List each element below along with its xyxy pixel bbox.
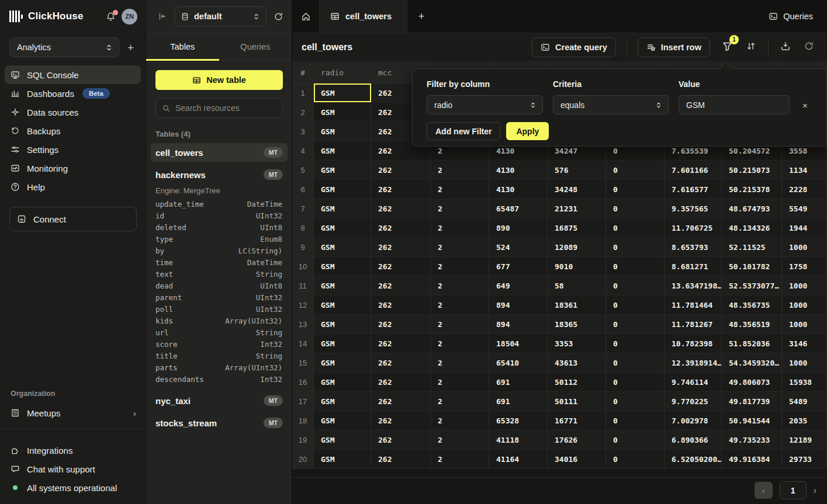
collapse-panel-icon[interactable] xyxy=(158,12,167,21)
filter-value-input[interactable] xyxy=(679,95,790,114)
table-cell[interactable]: 262 xyxy=(371,238,431,256)
table-cell[interactable]: 1000 xyxy=(782,238,827,256)
table-cell[interactable]: 1000 xyxy=(782,353,827,372)
table-cell[interactable]: 576 xyxy=(548,161,606,179)
table-cell[interactable]: 691 xyxy=(489,392,548,411)
row-number-cell[interactable]: 10 xyxy=(292,257,314,276)
table-cell[interactable]: 2 xyxy=(431,353,489,372)
table-cell[interactable]: 50.941544 xyxy=(722,411,782,430)
new-tab-button[interactable]: + xyxy=(407,0,435,33)
table-cell[interactable]: 2 xyxy=(431,199,489,218)
column-header[interactable]: # xyxy=(292,62,314,83)
table-cell[interactable]: 262 xyxy=(371,450,431,468)
row-number-cell[interactable]: 20 xyxy=(292,450,314,468)
table-cell[interactable]: 0 xyxy=(606,353,665,372)
table-cell[interactable]: 21231 xyxy=(548,199,606,218)
sidebar-item-help[interactable]: Help xyxy=(5,178,141,196)
table-cell[interactable]: GSM xyxy=(314,411,371,430)
insert-row-button[interactable]: Insert row xyxy=(638,37,710,57)
tab-tables[interactable]: Tables xyxy=(146,33,219,60)
table-cell[interactable]: GSM xyxy=(314,276,371,295)
table-cell[interactable]: 5549 xyxy=(782,199,827,218)
table-cell[interactable]: 2 xyxy=(431,180,489,199)
add-workspace-button[interactable]: + xyxy=(125,41,136,54)
table-cell[interactable]: 2 xyxy=(431,161,489,179)
sidebar-item-sql-console[interactable]: SQL Console xyxy=(5,65,141,84)
table-cell[interactable]: 13.6347198… xyxy=(665,276,722,295)
table-cell[interactable]: 7.616577 xyxy=(665,180,722,199)
table-cell[interactable]: 6.890366 xyxy=(665,430,722,449)
table-cell[interactable]: GSM xyxy=(314,218,371,237)
table-cell[interactable]: 262 xyxy=(371,430,431,449)
table-cell[interactable]: GSM xyxy=(314,373,371,391)
sidebar-item-integrations[interactable]: Integrations xyxy=(5,441,141,460)
table-cell[interactable]: 3353 xyxy=(548,334,606,353)
table-cell[interactable]: 58 xyxy=(548,276,606,295)
table-cell[interactable]: 12189 xyxy=(782,430,827,449)
table-item-stocks-stream[interactable]: stocks_stream MT xyxy=(151,413,288,432)
table-cell[interactable]: 0 xyxy=(606,296,665,314)
table-cell[interactable]: 41164 xyxy=(489,450,548,468)
table-cell[interactable]: 0 xyxy=(606,373,665,391)
table-cell[interactable]: GSM xyxy=(314,199,371,218)
table-cell[interactable]: 4130 xyxy=(489,180,548,199)
sidebar-item-dashboards[interactable]: DashboardsBeta xyxy=(5,84,141,103)
row-number-cell[interactable]: 19 xyxy=(292,430,314,449)
apply-filter-button[interactable]: Apply xyxy=(506,122,549,140)
tab-cell-towers[interactable]: cell_towers xyxy=(320,0,407,33)
table-cell[interactable]: 34248 xyxy=(548,180,606,199)
table-cell[interactable]: 7.002978 xyxy=(665,411,722,430)
table-cell[interactable]: 262 xyxy=(371,257,431,276)
table-cell[interactable]: 262 xyxy=(371,411,431,430)
table-cell[interactable]: 0 xyxy=(606,161,665,179)
table-cell[interactable]: 1944 xyxy=(782,218,827,237)
column-header[interactable]: radio xyxy=(314,62,371,83)
table-cell[interactable]: GSM xyxy=(314,161,371,179)
table-cell[interactable]: 51.852036 xyxy=(722,334,782,353)
table-cell[interactable]: 677 xyxy=(489,257,548,276)
table-cell[interactable]: 17626 xyxy=(548,430,606,449)
table-cell[interactable]: 2 xyxy=(431,430,489,449)
database-select[interactable]: default xyxy=(174,6,267,26)
table-cell[interactable]: 16875 xyxy=(548,218,606,237)
table-cell[interactable]: GSM xyxy=(314,296,371,314)
table-cell[interactable]: GSM xyxy=(314,84,371,102)
table-cell[interactable]: 2 xyxy=(431,257,489,276)
table-cell[interactable]: 29733 xyxy=(782,450,827,468)
table-cell[interactable]: GSM xyxy=(314,430,371,449)
row-number-cell[interactable]: 3 xyxy=(292,122,314,141)
table-cell[interactable]: 2 xyxy=(431,315,489,333)
row-number-cell[interactable]: 2 xyxy=(292,103,314,121)
add-new-filter-button[interactable]: Add new Filter xyxy=(427,122,500,140)
table-cell[interactable]: 0 xyxy=(606,450,665,468)
table-cell[interactable]: 262 xyxy=(371,161,431,179)
download-icon[interactable] xyxy=(779,40,792,54)
refresh-icon[interactable] xyxy=(802,40,815,54)
row-number-cell[interactable]: 18 xyxy=(292,411,314,430)
table-cell[interactable]: 52.11525 xyxy=(722,238,782,256)
row-number-cell[interactable]: 4 xyxy=(292,141,314,160)
table-cell[interactable]: 50.215073 xyxy=(722,161,782,179)
table-cell[interactable]: GSM xyxy=(314,122,371,141)
filter-column-select[interactable]: radio xyxy=(427,95,543,114)
table-cell[interactable]: 9.357565 xyxy=(665,199,722,218)
home-tab[interactable] xyxy=(292,0,320,33)
sidebar-item-backups[interactable]: Backups xyxy=(5,121,141,140)
table-cell[interactable]: 2 xyxy=(431,218,489,237)
row-number-cell[interactable]: 9 xyxy=(292,238,314,256)
filter-icon[interactable]: 1 xyxy=(721,40,734,55)
filter-criteria-select[interactable]: equals xyxy=(553,95,669,114)
remove-filter-icon[interactable]: × xyxy=(802,100,808,110)
table-cell[interactable]: 0 xyxy=(606,218,665,237)
table-cell[interactable]: 262 xyxy=(371,199,431,218)
table-cell[interactable]: 2 xyxy=(431,450,489,468)
table-cell[interactable]: GSM xyxy=(314,353,371,372)
row-number-cell[interactable]: 8 xyxy=(292,218,314,237)
row-number-cell[interactable]: 11 xyxy=(292,276,314,295)
row-number-cell[interactable]: 6 xyxy=(292,180,314,199)
table-cell[interactable]: 894 xyxy=(489,315,548,333)
table-cell[interactable]: 262 xyxy=(371,218,431,237)
table-cell[interactable]: 15938 xyxy=(782,373,827,391)
table-cell[interactable]: 18365 xyxy=(548,315,606,333)
table-cell[interactable]: 52.5373077… xyxy=(722,276,782,295)
